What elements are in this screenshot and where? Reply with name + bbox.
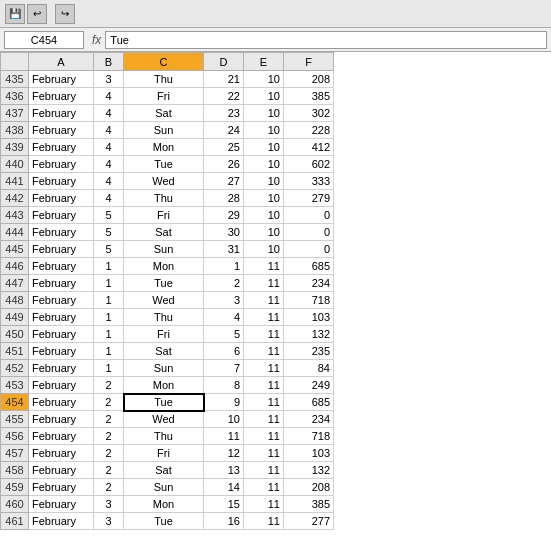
cell-day[interactable]: Tue (124, 275, 204, 292)
cell-d[interactable]: 30 (204, 224, 244, 241)
row-number[interactable]: 458 (1, 462, 29, 479)
cell-e[interactable]: 10 (244, 139, 284, 156)
cell-e[interactable]: 11 (244, 496, 284, 513)
table-row[interactable]: 440February4Tue2610602 (1, 156, 334, 173)
cell-f[interactable]: 228 (284, 122, 334, 139)
cell-f[interactable]: 235 (284, 343, 334, 360)
cell-f[interactable]: 0 (284, 207, 334, 224)
col-header-b[interactable]: B (94, 53, 124, 71)
cell-month[interactable]: February (29, 377, 94, 394)
cell-f[interactable]: 103 (284, 309, 334, 326)
cell-f[interactable]: 279 (284, 190, 334, 207)
cell-e[interactable]: 11 (244, 411, 284, 428)
cell-day[interactable]: Mon (124, 377, 204, 394)
cell-week[interactable]: 1 (94, 360, 124, 377)
cell-month[interactable]: February (29, 207, 94, 224)
cell-week[interactable]: 4 (94, 139, 124, 156)
cell-week[interactable]: 1 (94, 343, 124, 360)
cell-day[interactable]: Sun (124, 241, 204, 258)
table-row[interactable]: 456February2Thu1111718 (1, 428, 334, 445)
table-row[interactable]: 437February4Sat2310302 (1, 105, 334, 122)
cell-day[interactable]: Sat (124, 343, 204, 360)
table-row[interactable]: 459February2Sun1411208 (1, 479, 334, 496)
cell-month[interactable]: February (29, 71, 94, 88)
cell-day[interactable]: Wed (124, 292, 204, 309)
cell-month[interactable]: February (29, 445, 94, 462)
cell-d[interactable]: 13 (204, 462, 244, 479)
cell-week[interactable]: 4 (94, 156, 124, 173)
cell-f[interactable]: 132 (284, 326, 334, 343)
cell-month[interactable]: February (29, 190, 94, 207)
cell-f[interactable]: 103 (284, 445, 334, 462)
cell-e[interactable]: 11 (244, 394, 284, 411)
cell-month[interactable]: February (29, 122, 94, 139)
table-row[interactable]: 446February1Mon111685 (1, 258, 334, 275)
cell-e[interactable]: 10 (244, 122, 284, 139)
cell-day[interactable]: Wed (124, 411, 204, 428)
cell-week[interactable]: 1 (94, 292, 124, 309)
cell-f[interactable]: 208 (284, 71, 334, 88)
table-row[interactable]: 448February1Wed311718 (1, 292, 334, 309)
cell-e[interactable]: 11 (244, 258, 284, 275)
cell-month[interactable]: February (29, 411, 94, 428)
cell-week[interactable]: 4 (94, 88, 124, 105)
cell-f[interactable]: 84 (284, 360, 334, 377)
cell-d[interactable]: 7 (204, 360, 244, 377)
table-row[interactable]: 451February1Sat611235 (1, 343, 334, 360)
cell-week[interactable]: 5 (94, 207, 124, 224)
cell-e[interactable]: 11 (244, 479, 284, 496)
row-number[interactable]: 456 (1, 428, 29, 445)
table-row[interactable]: 460February3Mon1511385 (1, 496, 334, 513)
cell-e[interactable]: 10 (244, 71, 284, 88)
cell-day[interactable]: Sun (124, 122, 204, 139)
cell-week[interactable]: 4 (94, 122, 124, 139)
row-number[interactable]: 439 (1, 139, 29, 156)
cell-day[interactable]: Sat (124, 105, 204, 122)
cell-f[interactable]: 132 (284, 462, 334, 479)
cell-f[interactable]: 277 (284, 513, 334, 530)
row-number[interactable]: 446 (1, 258, 29, 275)
cell-d[interactable]: 23 (204, 105, 244, 122)
row-number[interactable]: 436 (1, 88, 29, 105)
cell-week[interactable]: 4 (94, 105, 124, 122)
cell-e[interactable]: 11 (244, 377, 284, 394)
table-row[interactable]: 441February4Wed2710333 (1, 173, 334, 190)
cell-day[interactable]: Thu (124, 190, 204, 207)
cell-d[interactable]: 25 (204, 139, 244, 156)
cell-day[interactable]: Tue (124, 513, 204, 530)
table-row[interactable]: 454February2Tue911685 (1, 394, 334, 411)
row-number[interactable]: 455 (1, 411, 29, 428)
cell-d[interactable]: 1 (204, 258, 244, 275)
cell-e[interactable]: 10 (244, 105, 284, 122)
cell-week[interactable]: 3 (94, 71, 124, 88)
cell-e[interactable]: 11 (244, 360, 284, 377)
cell-month[interactable]: February (29, 343, 94, 360)
row-number[interactable]: 452 (1, 360, 29, 377)
row-number[interactable]: 447 (1, 275, 29, 292)
cell-month[interactable]: February (29, 479, 94, 496)
row-number[interactable]: 460 (1, 496, 29, 513)
cell-f[interactable]: 0 (284, 241, 334, 258)
col-header-f[interactable]: F (284, 53, 334, 71)
row-number[interactable]: 454 (1, 394, 29, 411)
cell-d[interactable]: 12 (204, 445, 244, 462)
cell-d[interactable]: 5 (204, 326, 244, 343)
cell-d[interactable]: 31 (204, 241, 244, 258)
cell-month[interactable]: February (29, 394, 94, 411)
cell-week[interactable]: 1 (94, 326, 124, 343)
cell-d[interactable]: 3 (204, 292, 244, 309)
cell-e[interactable]: 11 (244, 445, 284, 462)
cell-month[interactable]: February (29, 309, 94, 326)
cell-week[interactable]: 5 (94, 241, 124, 258)
cell-day[interactable]: Fri (124, 445, 204, 462)
cell-e[interactable]: 10 (244, 207, 284, 224)
cell-f[interactable]: 385 (284, 88, 334, 105)
row-number[interactable]: 444 (1, 224, 29, 241)
cell-e[interactable]: 11 (244, 513, 284, 530)
cell-day[interactable]: Tue (124, 156, 204, 173)
cell-week[interactable]: 2 (94, 411, 124, 428)
cell-e[interactable]: 10 (244, 173, 284, 190)
cell-week[interactable]: 4 (94, 173, 124, 190)
cell-f[interactable]: 685 (284, 258, 334, 275)
cell-week[interactable]: 2 (94, 428, 124, 445)
